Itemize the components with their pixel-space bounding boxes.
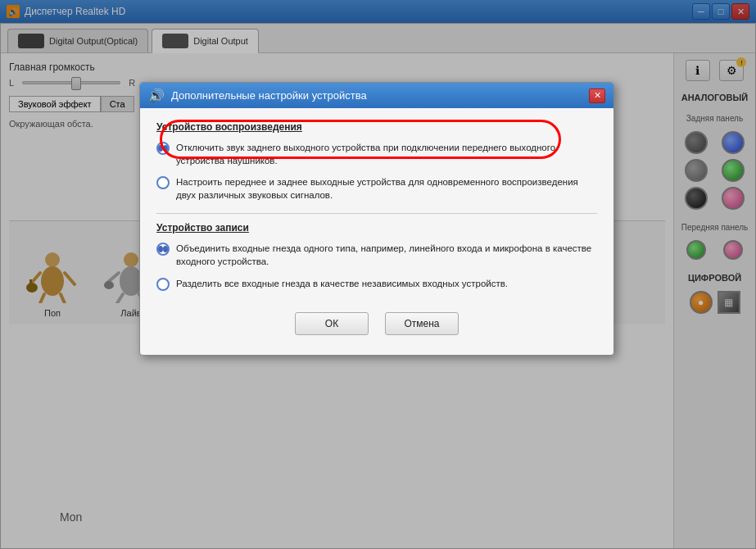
recording-option-2[interactable]: Разделить все входные гнезда в качестве …	[156, 277, 597, 291]
playback-radio-1[interactable]	[156, 142, 170, 155]
recording-radio-group: Объединить входные гнезда одного типа, н…	[156, 242, 597, 290]
recording-radio-1[interactable]	[156, 243, 170, 256]
playback-section-title: Устройство воспроизведения	[156, 121, 597, 133]
recording-label-2: Разделить все входные гнезда в качестве …	[176, 277, 508, 290]
playback-label-1: Отключить звук заднего выходного устройс…	[176, 141, 597, 167]
ok-button[interactable]: ОК	[295, 312, 369, 335]
playback-option-2[interactable]: Настроить переднее и заднее выходные уст…	[156, 175, 597, 202]
recording-radio-2[interactable]	[156, 278, 170, 291]
playback-option-1[interactable]: Отключить звук заднего выходного устройс…	[156, 141, 597, 167]
dialog-divider	[156, 213, 597, 214]
settings-dialog: 🔊 Дополнительные настройки устройства ✕ …	[139, 82, 614, 356]
dialog-close-button[interactable]: ✕	[589, 88, 605, 103]
dialog-audio-icon: 🔊	[148, 88, 165, 103]
playback-radio-2[interactable]	[156, 176, 170, 189]
recording-label-1: Объединить входные гнезда одного типа, н…	[176, 242, 597, 268]
playback-radio-group: Отключить звук заднего выходного устройс…	[156, 141, 597, 202]
dialog-titlebar: 🔊 Дополнительные настройки устройства ✕	[140, 83, 613, 108]
recording-option-1[interactable]: Объединить входные гнезда одного типа, н…	[156, 242, 597, 268]
dialog-overlay: 🔊 Дополнительные настройки устройства ✕ …	[0, 0, 756, 549]
recording-section-title: Устройство записи	[156, 222, 597, 234]
cancel-button[interactable]: Отмена	[385, 312, 459, 335]
dialog-buttons: ОК Отмена	[156, 302, 597, 342]
playback-label-2: Настроить переднее и заднее выходные уст…	[176, 175, 597, 202]
dialog-title-text: Дополнительные настройки устройства	[171, 89, 589, 102]
dialog-content: Устройство воспроизведения Отключить зву…	[140, 108, 613, 355]
